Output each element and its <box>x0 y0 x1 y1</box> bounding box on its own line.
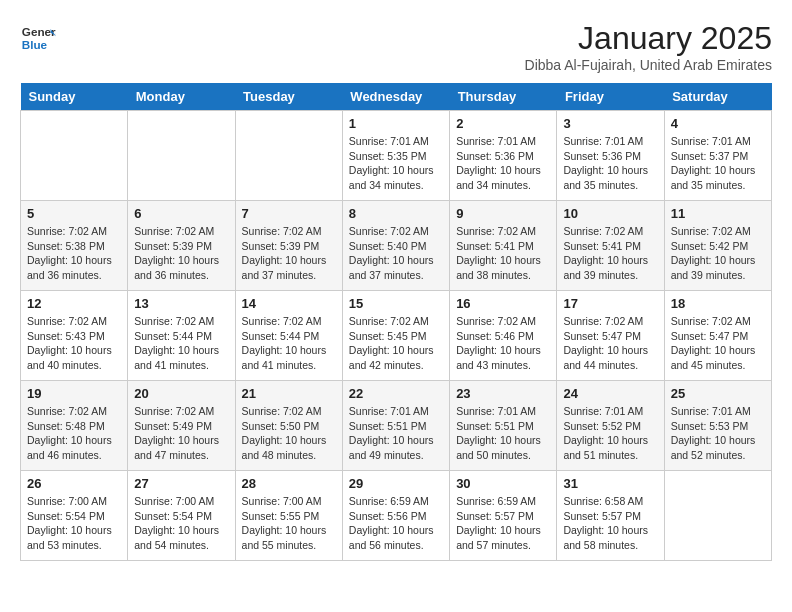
calendar-cell: 17Sunrise: 7:02 AM Sunset: 5:47 PM Dayli… <box>557 291 664 381</box>
calendar-cell: 3Sunrise: 7:01 AM Sunset: 5:36 PM Daylig… <box>557 111 664 201</box>
day-info: Sunrise: 7:02 AM Sunset: 5:42 PM Dayligh… <box>671 224 765 283</box>
day-number: 8 <box>349 206 443 221</box>
day-info: Sunrise: 7:02 AM Sunset: 5:44 PM Dayligh… <box>134 314 228 373</box>
week-row-3: 12Sunrise: 7:02 AM Sunset: 5:43 PM Dayli… <box>21 291 772 381</box>
day-info: Sunrise: 7:02 AM Sunset: 5:46 PM Dayligh… <box>456 314 550 373</box>
calendar-cell: 23Sunrise: 7:01 AM Sunset: 5:51 PM Dayli… <box>450 381 557 471</box>
day-info: Sunrise: 7:01 AM Sunset: 5:36 PM Dayligh… <box>456 134 550 193</box>
day-number: 2 <box>456 116 550 131</box>
day-number: 18 <box>671 296 765 311</box>
day-info: Sunrise: 7:00 AM Sunset: 5:54 PM Dayligh… <box>27 494 121 553</box>
day-number: 21 <box>242 386 336 401</box>
day-info: Sunrise: 7:02 AM Sunset: 5:39 PM Dayligh… <box>242 224 336 283</box>
day-number: 12 <box>27 296 121 311</box>
weekday-header-sunday: Sunday <box>21 83 128 111</box>
day-number: 4 <box>671 116 765 131</box>
day-info: Sunrise: 7:02 AM Sunset: 5:50 PM Dayligh… <box>242 404 336 463</box>
day-number: 17 <box>563 296 657 311</box>
calendar-cell: 15Sunrise: 7:02 AM Sunset: 5:45 PM Dayli… <box>342 291 449 381</box>
calendar-cell: 13Sunrise: 7:02 AM Sunset: 5:44 PM Dayli… <box>128 291 235 381</box>
day-number: 6 <box>134 206 228 221</box>
day-info: Sunrise: 7:02 AM Sunset: 5:39 PM Dayligh… <box>134 224 228 283</box>
day-info: Sunrise: 7:02 AM Sunset: 5:47 PM Dayligh… <box>563 314 657 373</box>
calendar-cell: 4Sunrise: 7:01 AM Sunset: 5:37 PM Daylig… <box>664 111 771 201</box>
day-info: Sunrise: 7:02 AM Sunset: 5:48 PM Dayligh… <box>27 404 121 463</box>
month-title: January 2025 <box>525 20 772 57</box>
calendar-cell <box>664 471 771 561</box>
day-number: 5 <box>27 206 121 221</box>
calendar-cell: 14Sunrise: 7:02 AM Sunset: 5:44 PM Dayli… <box>235 291 342 381</box>
day-info: Sunrise: 7:01 AM Sunset: 5:37 PM Dayligh… <box>671 134 765 193</box>
day-number: 25 <box>671 386 765 401</box>
day-number: 29 <box>349 476 443 491</box>
day-info: Sunrise: 7:01 AM Sunset: 5:35 PM Dayligh… <box>349 134 443 193</box>
calendar-cell: 20Sunrise: 7:02 AM Sunset: 5:49 PM Dayli… <box>128 381 235 471</box>
calendar-cell: 6Sunrise: 7:02 AM Sunset: 5:39 PM Daylig… <box>128 201 235 291</box>
day-info: Sunrise: 7:02 AM Sunset: 5:41 PM Dayligh… <box>456 224 550 283</box>
weekday-header-monday: Monday <box>128 83 235 111</box>
svg-text:Blue: Blue <box>22 38 48 51</box>
calendar-cell: 25Sunrise: 7:01 AM Sunset: 5:53 PM Dayli… <box>664 381 771 471</box>
day-info: Sunrise: 7:01 AM Sunset: 5:51 PM Dayligh… <box>349 404 443 463</box>
calendar-cell: 21Sunrise: 7:02 AM Sunset: 5:50 PM Dayli… <box>235 381 342 471</box>
week-row-2: 5Sunrise: 7:02 AM Sunset: 5:38 PM Daylig… <box>21 201 772 291</box>
weekday-header-saturday: Saturday <box>664 83 771 111</box>
day-info: Sunrise: 6:59 AM Sunset: 5:56 PM Dayligh… <box>349 494 443 553</box>
calendar-cell: 7Sunrise: 7:02 AM Sunset: 5:39 PM Daylig… <box>235 201 342 291</box>
calendar-table: SundayMondayTuesdayWednesdayThursdayFrid… <box>20 83 772 561</box>
day-number: 22 <box>349 386 443 401</box>
calendar-cell: 18Sunrise: 7:02 AM Sunset: 5:47 PM Dayli… <box>664 291 771 381</box>
calendar-cell: 30Sunrise: 6:59 AM Sunset: 5:57 PM Dayli… <box>450 471 557 561</box>
day-info: Sunrise: 7:02 AM Sunset: 5:44 PM Dayligh… <box>242 314 336 373</box>
day-info: Sunrise: 7:01 AM Sunset: 5:36 PM Dayligh… <box>563 134 657 193</box>
calendar-cell: 12Sunrise: 7:02 AM Sunset: 5:43 PM Dayli… <box>21 291 128 381</box>
day-info: Sunrise: 6:59 AM Sunset: 5:57 PM Dayligh… <box>456 494 550 553</box>
day-number: 26 <box>27 476 121 491</box>
calendar-cell: 8Sunrise: 7:02 AM Sunset: 5:40 PM Daylig… <box>342 201 449 291</box>
day-number: 23 <box>456 386 550 401</box>
calendar-cell: 10Sunrise: 7:02 AM Sunset: 5:41 PM Dayli… <box>557 201 664 291</box>
week-row-1: 1Sunrise: 7:01 AM Sunset: 5:35 PM Daylig… <box>21 111 772 201</box>
day-info: Sunrise: 7:02 AM Sunset: 5:40 PM Dayligh… <box>349 224 443 283</box>
calendar-cell: 1Sunrise: 7:01 AM Sunset: 5:35 PM Daylig… <box>342 111 449 201</box>
day-info: Sunrise: 7:02 AM Sunset: 5:43 PM Dayligh… <box>27 314 121 373</box>
calendar-cell: 11Sunrise: 7:02 AM Sunset: 5:42 PM Dayli… <box>664 201 771 291</box>
day-number: 13 <box>134 296 228 311</box>
weekday-header-thursday: Thursday <box>450 83 557 111</box>
day-number: 31 <box>563 476 657 491</box>
day-info: Sunrise: 7:02 AM Sunset: 5:41 PM Dayligh… <box>563 224 657 283</box>
calendar-cell <box>235 111 342 201</box>
day-number: 28 <box>242 476 336 491</box>
day-number: 15 <box>349 296 443 311</box>
day-info: Sunrise: 7:01 AM Sunset: 5:53 PM Dayligh… <box>671 404 765 463</box>
calendar-cell: 24Sunrise: 7:01 AM Sunset: 5:52 PM Dayli… <box>557 381 664 471</box>
calendar-cell: 26Sunrise: 7:00 AM Sunset: 5:54 PM Dayli… <box>21 471 128 561</box>
day-number: 30 <box>456 476 550 491</box>
calendar-body: 1Sunrise: 7:01 AM Sunset: 5:35 PM Daylig… <box>21 111 772 561</box>
calendar-cell: 19Sunrise: 7:02 AM Sunset: 5:48 PM Dayli… <box>21 381 128 471</box>
day-info: Sunrise: 7:00 AM Sunset: 5:55 PM Dayligh… <box>242 494 336 553</box>
day-info: Sunrise: 7:02 AM Sunset: 5:45 PM Dayligh… <box>349 314 443 373</box>
day-number: 19 <box>27 386 121 401</box>
day-number: 11 <box>671 206 765 221</box>
week-row-4: 19Sunrise: 7:02 AM Sunset: 5:48 PM Dayli… <box>21 381 772 471</box>
week-row-5: 26Sunrise: 7:00 AM Sunset: 5:54 PM Dayli… <box>21 471 772 561</box>
day-info: Sunrise: 6:58 AM Sunset: 5:57 PM Dayligh… <box>563 494 657 553</box>
calendar-cell: 31Sunrise: 6:58 AM Sunset: 5:57 PM Dayli… <box>557 471 664 561</box>
calendar-cell: 28Sunrise: 7:00 AM Sunset: 5:55 PM Dayli… <box>235 471 342 561</box>
calendar-cell: 9Sunrise: 7:02 AM Sunset: 5:41 PM Daylig… <box>450 201 557 291</box>
day-number: 20 <box>134 386 228 401</box>
weekday-header-tuesday: Tuesday <box>235 83 342 111</box>
day-number: 1 <box>349 116 443 131</box>
calendar-cell: 22Sunrise: 7:01 AM Sunset: 5:51 PM Dayli… <box>342 381 449 471</box>
calendar-cell: 5Sunrise: 7:02 AM Sunset: 5:38 PM Daylig… <box>21 201 128 291</box>
calendar-cell: 16Sunrise: 7:02 AM Sunset: 5:46 PM Dayli… <box>450 291 557 381</box>
day-number: 7 <box>242 206 336 221</box>
day-number: 10 <box>563 206 657 221</box>
day-info: Sunrise: 7:01 AM Sunset: 5:52 PM Dayligh… <box>563 404 657 463</box>
day-info: Sunrise: 7:00 AM Sunset: 5:54 PM Dayligh… <box>134 494 228 553</box>
calendar-cell <box>128 111 235 201</box>
day-info: Sunrise: 7:02 AM Sunset: 5:38 PM Dayligh… <box>27 224 121 283</box>
day-number: 24 <box>563 386 657 401</box>
day-info: Sunrise: 7:02 AM Sunset: 5:47 PM Dayligh… <box>671 314 765 373</box>
